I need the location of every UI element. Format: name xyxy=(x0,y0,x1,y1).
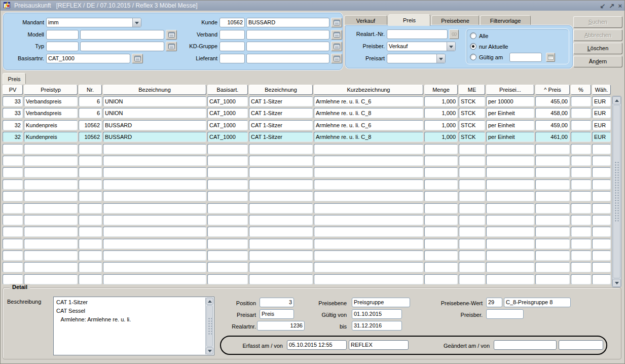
cell[interactable] xyxy=(486,203,534,213)
cell[interactable]: CAT 1-Sitzer xyxy=(249,132,313,142)
table-row-empty[interactable] xyxy=(3,179,611,190)
cell[interactable]: BUSSARD xyxy=(103,132,206,142)
cell[interactable]: 10562 xyxy=(79,132,102,142)
column-header[interactable]: Preisei... xyxy=(486,85,534,95)
cell[interactable] xyxy=(459,179,485,190)
cell[interactable] xyxy=(103,274,206,284)
realart-input[interactable] xyxy=(387,29,448,39)
cell[interactable] xyxy=(249,239,313,249)
bis-field[interactable]: 31.12.2016 xyxy=(352,321,402,331)
cell[interactable] xyxy=(486,179,534,190)
cell[interactable] xyxy=(571,215,591,225)
cell[interactable] xyxy=(571,191,591,201)
cell[interactable]: STCK xyxy=(459,120,485,130)
cell[interactable] xyxy=(79,239,102,249)
cell[interactable] xyxy=(571,239,591,249)
column-header[interactable]: Wäh. xyxy=(592,85,611,95)
cell[interactable]: 455,00 xyxy=(535,96,570,106)
cell[interactable] xyxy=(3,250,23,261)
cell[interactable] xyxy=(592,239,611,249)
table-row-empty[interactable] xyxy=(3,274,611,284)
cell[interactable] xyxy=(592,156,611,166)
cell[interactable] xyxy=(535,167,570,177)
kunde-lookup-button[interactable] xyxy=(331,18,342,27)
cell[interactable] xyxy=(24,274,78,284)
cell[interactable]: 33 xyxy=(3,108,23,118)
verband-name-input[interactable] xyxy=(246,30,329,40)
cell[interactable] xyxy=(424,250,458,261)
cell[interactable] xyxy=(571,144,591,154)
cell[interactable] xyxy=(3,239,23,249)
aendern-button[interactable]: Ändern xyxy=(573,56,622,67)
gueltig-von-field[interactable]: 01.10.2015 xyxy=(352,309,402,319)
kd-gruppe-lookup-button[interactable] xyxy=(331,42,342,51)
cell[interactable] xyxy=(459,262,485,272)
cell[interactable] xyxy=(314,227,423,237)
cell[interactable] xyxy=(249,215,313,225)
modell-lookup-button[interactable] xyxy=(166,30,177,40)
cell[interactable] xyxy=(535,239,570,249)
cell[interactable] xyxy=(249,262,313,272)
cell[interactable] xyxy=(424,167,458,177)
cell[interactable]: Armlehne re. u. li. C_8 xyxy=(314,108,423,118)
cell[interactable]: CAT_1000 xyxy=(207,96,248,106)
cell[interactable] xyxy=(207,203,248,213)
scroll-up-icon[interactable] xyxy=(612,96,621,104)
cell[interactable] xyxy=(592,144,611,154)
table-row-empty[interactable] xyxy=(3,167,611,177)
cell[interactable]: per Einheit xyxy=(486,132,534,142)
cell[interactable] xyxy=(424,239,458,249)
column-header[interactable]: ME xyxy=(459,85,485,95)
cell[interactable] xyxy=(314,144,423,154)
lieferant-lookup-button[interactable] xyxy=(331,54,342,63)
typ-code-input[interactable] xyxy=(46,42,79,51)
radio-nur-aktuelle[interactable]: nur Aktuelle xyxy=(470,41,565,52)
cell[interactable] xyxy=(424,215,458,225)
cell[interactable] xyxy=(592,274,611,284)
cell[interactable]: Kundenpreis xyxy=(24,132,78,142)
cell[interactable] xyxy=(459,274,485,284)
cell[interactable]: 6 xyxy=(79,96,102,106)
cell[interactable] xyxy=(535,179,570,190)
cell[interactable] xyxy=(571,203,591,213)
cell[interactable] xyxy=(424,144,458,154)
cell[interactable]: CAT_1000 xyxy=(207,108,248,118)
lieferant-code-input[interactable] xyxy=(219,54,245,63)
cell[interactable] xyxy=(207,250,248,261)
geaendert-user-field[interactable] xyxy=(559,340,603,350)
cell[interactable] xyxy=(571,274,591,284)
cell[interactable] xyxy=(103,250,206,261)
cell[interactable] xyxy=(249,227,313,237)
cell[interactable]: Verbandspreis xyxy=(24,96,78,106)
table-row-empty[interactable] xyxy=(3,250,611,261)
calendar-button[interactable] xyxy=(546,53,555,62)
preisebene-wert-name-field[interactable]: C_8-Preisgruppe 8 xyxy=(504,298,571,307)
modell-name-input[interactable] xyxy=(80,30,164,40)
kunde-name-input[interactable]: BUSSARD xyxy=(246,18,329,27)
cell[interactable] xyxy=(486,227,534,237)
cell[interactable] xyxy=(535,227,570,237)
grid-scrollbar[interactable] xyxy=(612,96,621,287)
cell[interactable] xyxy=(79,227,102,237)
verband-lookup-button[interactable] xyxy=(331,30,342,40)
loeschen-button[interactable]: Löschen xyxy=(573,43,622,54)
column-header[interactable]: PV xyxy=(3,85,23,95)
cell[interactable] xyxy=(486,215,534,225)
cell[interactable]: 459,00 xyxy=(535,120,570,130)
basisartnr-lookup-button[interactable] xyxy=(132,54,143,63)
cell[interactable] xyxy=(3,203,23,213)
cell[interactable]: EUR xyxy=(592,132,611,142)
cell[interactable] xyxy=(535,203,570,213)
cell[interactable] xyxy=(3,167,23,177)
gueltig-am-date-input[interactable] xyxy=(509,53,542,62)
cell[interactable] xyxy=(207,262,248,272)
cell[interactable] xyxy=(314,179,423,190)
chevron-down-icon[interactable] xyxy=(447,42,455,51)
cell[interactable] xyxy=(571,120,591,130)
cell[interactable] xyxy=(103,144,206,154)
typ-name-input[interactable] xyxy=(80,42,164,51)
scroll-down-icon[interactable] xyxy=(206,347,213,354)
column-header[interactable]: ^ Preis xyxy=(535,85,570,95)
cell[interactable]: STCK xyxy=(459,108,485,118)
cell[interactable]: 6 xyxy=(79,108,102,118)
